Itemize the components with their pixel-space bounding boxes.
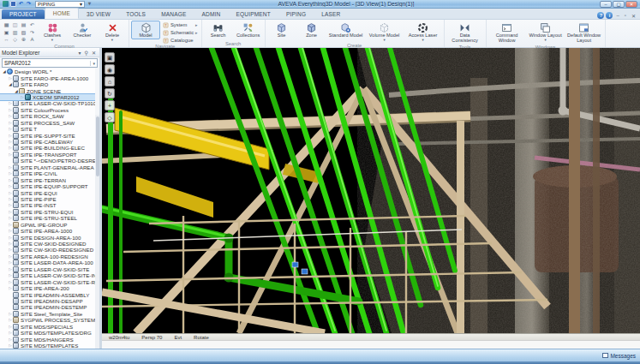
command-window-button[interactable]: Command Window <box>488 21 526 45</box>
about-icon[interactable]: i <box>606 12 613 19</box>
tree-item-site-laser-cw-skid-site-inter[interactable]: ▷SITE LASER-CW-SKID-SITE-INTER <box>0 272 95 278</box>
tree-item-site-ipe-suppt-site[interactable]: ▷SITE IPE-SUPPT-SITE <box>0 132 95 138</box>
messages-toggle[interactable]: Messages <box>602 353 636 359</box>
undo-icon[interactable]: ↶ <box>18 1 24 7</box>
tree-item-site-ipe-cableway[interactable]: ▷SITE IPE-CABLEWAY <box>0 139 95 145</box>
panel-close-icon[interactable]: ✕ <box>90 50 98 56</box>
tree-item-design-worl-[interactable]: ◢Design WORL * <box>0 69 95 75</box>
common-copy-icon[interactable]: ◫ <box>11 21 19 29</box>
tree-item-site-ipe-civil[interactable]: ▷SITE IPE-CIVIL <box>0 170 95 176</box>
tab-equipment[interactable]: EQUIPMENT <box>228 9 278 19</box>
tree-item-site-plant-general-area[interactable]: ▷SITE PLANT-GENERAL-AREA <box>0 164 95 170</box>
tab-home[interactable]: HOME <box>45 8 79 19</box>
system-button[interactable]: TSystem▸ <box>161 21 200 28</box>
data-consistency-button[interactable]: Data Consistency <box>446 21 484 45</box>
tree-item-site-ipe-building-elec[interactable]: ▷SITE IPE-BUILDING-ELEC <box>0 145 95 151</box>
tree-item-site-ipe-area-200[interactable]: ▷SITE IPE-AREA-200 <box>0 285 95 291</box>
tab-manage[interactable]: MANAGE <box>153 9 194 19</box>
tree-item-site-t[interactable]: ▷SITE T <box>0 126 95 132</box>
tree-item-site-ipe-equi[interactable]: ▷SITE IPE-EQUI <box>0 189 95 195</box>
tree-item-site-mds-hangers[interactable]: ▷SITE MDS/HANGERS <box>0 336 95 342</box>
tree-item-xceom-spar2012[interactable]: ▷XCEOM SPAR2012 <box>0 94 95 100</box>
delete-button[interactable]: Delete▾ <box>98 21 127 43</box>
tree-item-zone-scene[interactable]: ◢ZONE SCENE <box>0 87 95 93</box>
tree-item-site-ipeadmin-assembly[interactable]: SITE IPEADMIN-ASSEMBLY <box>0 291 95 297</box>
doc-close-button[interactable]: ✕ <box>630 13 637 19</box>
tree-item-site-faro[interactable]: ◢SITE FARO <box>0 81 95 87</box>
quick-access-combo[interactable]: PIPING ▾ <box>35 1 85 8</box>
common-annotate-icon[interactable]: A <box>28 36 36 44</box>
common-redo-icon[interactable]: ↷ <box>28 29 36 37</box>
explorer-combo[interactable]: SPAR2012 ▾ <box>2 58 98 68</box>
common-diamond-icon[interactable]: ◇ <box>11 36 19 44</box>
tree-item-site-faro-ipe-area-1000[interactable]: ▷SITE FARO-IPE-AREA-1000 <box>0 75 95 81</box>
view-look-icon[interactable]: ◉ <box>105 64 115 75</box>
tree-item-site-cw-skid-redesigned[interactable]: ▷SITE CW-SKID-REDESIGNED <box>0 247 95 253</box>
tab-3d-view[interactable]: 3D VIEW <box>79 9 118 19</box>
access-laser-button[interactable]: Access Laser▾ <box>404 21 442 43</box>
window-layout-button[interactable]: Window Layout▾ <box>527 21 565 43</box>
clashes-button[interactable]: Clashes▾ <box>38 21 67 43</box>
tree-item-site-deno-petro-desref-data[interactable]: SITE *-<DENO/PETRO-DESREF>DATA <box>0 158 95 164</box>
common-filter-icon[interactable]: ▧ <box>20 29 27 37</box>
tab-tools[interactable]: TOOLS <box>118 9 153 19</box>
qat-more-icon[interactable]: ▾ <box>87 1 93 7</box>
tree-item-site-design-area-100[interactable]: ▷SITE DESIGN-AREA-100 <box>0 234 95 240</box>
help-icon[interactable]: ? <box>597 12 604 19</box>
tree-item-site-laser-data-area-100[interactable]: ▷SITE LASER-DATA-AREA-100 <box>0 260 95 266</box>
tree-item-site-ipe-inst[interactable]: ▷SITE IPE-INST <box>0 202 95 208</box>
tree-item-site-rock-saw[interactable]: ▷SITE ROCK_SAW <box>0 113 95 119</box>
3d-viewport[interactable]: ▣◉⌂↻+◇ <box>102 48 640 333</box>
panel-pin-icon[interactable]: ⚲ <box>83 50 90 56</box>
tree-item-gpwl-ipe-group[interactable]: ▷GPWL IPE-GROUP <box>0 222 95 228</box>
tree-scrollbar[interactable] <box>95 115 99 364</box>
view-orbit-icon[interactable]: ↻ <box>105 88 115 98</box>
tree-item-site-ipeadmin-desapp[interactable]: SITE IPEADMIN-DESAPP <box>0 298 95 304</box>
site-button[interactable]: Site <box>267 21 296 39</box>
tree-item-site-mds-specials[interactable]: ▷SITE MDS/SPECIALS <box>0 324 95 330</box>
zone-button[interactable]: Zone <box>297 21 326 39</box>
view-measure-icon[interactable]: ◇ <box>105 112 115 122</box>
tree-item-site-steel-template-site[interactable]: ▷SITE Steel_Template_Site <box>0 311 95 317</box>
doc-minimize-button[interactable]: ‒ <box>614 13 620 18</box>
tree-item-site-ipe-equip-support[interactable]: ▷SITE IPE-EQUIP-SUPPORT <box>0 183 95 189</box>
tree-item-site-ipeadmin-destemp[interactable]: SITE IPEADMIN-DESTEMP <box>0 304 95 310</box>
default-window-layout-button[interactable]: Default Window Layout <box>565 21 603 45</box>
tree-item-sygpwl-process-systems[interactable]: ▷SYGPWL PROCESS_SYSTEMS <box>0 317 95 323</box>
pin-icon[interactable]: ▾ <box>77 50 83 56</box>
checker-button[interactable]: Checker <box>68 21 97 39</box>
view-walk-icon[interactable]: ⌂ <box>105 76 115 87</box>
tab-project[interactable]: PROJECT <box>2 9 45 19</box>
tree-item-site-mds-templates-drg[interactable]: ▷SITE MDS/TEMPLATES/DRG <box>0 330 95 336</box>
view-pan-icon[interactable]: + <box>105 100 115 110</box>
tree-item-site-colourprocess[interactable]: ▷SITE ColourProcess <box>0 107 95 113</box>
tab-admin[interactable]: ADMIN <box>194 9 229 19</box>
minimize-button[interactable]: ‒ <box>600 1 612 8</box>
common-select-icon[interactable]: ⊕ <box>20 36 27 44</box>
model-button[interactable]: Model <box>131 21 160 39</box>
tree-item-site-ipe-transport[interactable]: ▷SITE IPE-TRANSPORT <box>0 152 95 158</box>
tree-item-site-ipe-pipe[interactable]: ▷SITE IPE-PIPE <box>0 196 95 202</box>
tab-piping[interactable]: PIPING <box>278 9 314 19</box>
catalogue-button[interactable]: TCatalogue <box>161 37 200 44</box>
tree-scrollbar-thumb[interactable] <box>96 116 99 176</box>
tree-item-site-ipe-terran[interactable]: ▷SITE IPE-TERRAN <box>0 176 95 182</box>
collections-button[interactable]: Collections <box>234 21 263 39</box>
tab-laser[interactable]: LASER <box>314 9 348 19</box>
tree-item-site-ipe-area-1000[interactable]: ▷SITE IPE-AREA-1000 <box>0 228 95 234</box>
tree-item-site-cw-skid-designed[interactable]: ▷SITE CW-SKID-DESIGNED <box>0 241 95 247</box>
view-zoom-extents-icon[interactable]: ▣ <box>105 52 115 63</box>
common-rows-icon[interactable]: ▤ <box>20 21 27 29</box>
tree-item-site-mds-templates[interactable]: ▷SITE MDS/TEMPLATES <box>0 343 95 349</box>
close-button[interactable]: ✕ <box>625 1 637 8</box>
tree-item-site-ipe-stru-equi[interactable]: ▷SITE IPE-STRU-EQUI <box>0 209 95 215</box>
common-list-icon[interactable]: ▥ <box>11 29 19 37</box>
common-table-icon[interactable]: ▣ <box>3 29 10 37</box>
common-undo-icon[interactable]: ↶ <box>28 21 36 29</box>
common-move-icon[interactable]: ↔ <box>3 36 10 44</box>
common-grid-icon[interactable]: ▦ <box>3 21 10 29</box>
tree-item-site-laser-cw-skid-site[interactable]: ▷SITE LASER-CW-SKID-SITE <box>0 266 95 272</box>
schematic-button[interactable]: TSchematic▸ <box>161 29 200 36</box>
tree-item-site-laser-cw-skid-tp1010[interactable]: ▷SITE LASER-CW-SKID-TP1010 <box>0 100 95 106</box>
tree-item-site-laser-cw-skid-site-redes[interactable]: ▷SITE LASER-CW-SKID-SITE-REDES <box>0 278 95 284</box>
